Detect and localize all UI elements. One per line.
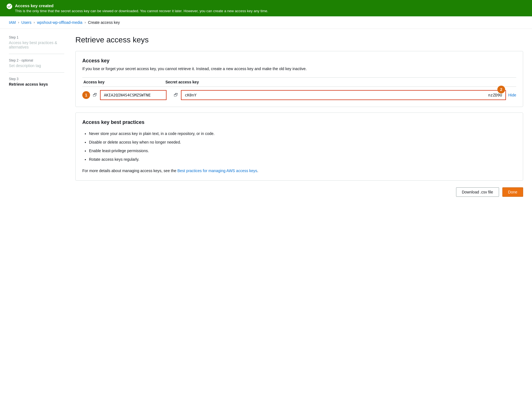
bp-footer-text: For more details about managing access k… [82,169,177,173]
download-csv-button[interactable]: Download .csv file [456,187,499,197]
banner-title: Access key created [15,3,268,8]
hide-secret-key-button[interactable]: Hide [508,93,516,97]
page-title: Retrieve access keys [75,35,523,44]
breadcrumb-sep-2: › [34,21,35,24]
check-circle-icon [7,4,12,9]
sidebar: Step 1 Access key best practices & alter… [9,35,64,197]
list-item: Rotate access keys regularly. [89,157,516,162]
footer-actions: Download .csv file Done [75,187,523,197]
sidebar-divider-2 [9,72,64,73]
list-item: Disable or delete access key when no lon… [89,139,516,145]
copy-secret-key-icon[interactable]: 🗗 [174,93,178,98]
step1-label: Step 1 [9,35,64,39]
step3-label: Step 3 [9,77,64,81]
breadcrumb-current: Create access key [88,20,120,25]
step2-label: Step 2 - optional [9,58,64,62]
breadcrumb-user[interactable]: wpshout-wp-offload-media [37,20,82,25]
copy-access-key-icon[interactable]: 🗗 [93,93,97,98]
sidebar-divider-1 [9,54,64,54]
done-button[interactable]: Done [502,187,523,197]
sidebar-step-3: Step 3 Retrieve access keys [9,77,64,86]
badge-1: 1 [82,91,90,99]
step2-title: Set description tag [9,63,64,68]
keys-table-header: Access key Secret access key [82,77,516,87]
best-practices-card: Access key best practices Never store yo… [75,113,523,181]
access-key-value: AKIA2QIN4S4CSMZSWTNE [100,90,167,100]
keys-row-wrapper: 1 🗗 AKIA2QIN4S4CSMZSWTNE 🗗 cK0nY nzZD9U … [82,90,516,100]
col2-header: Secret access key [165,80,516,84]
access-key-card-title: Access key [82,58,516,64]
bp-title: Access key best practices [82,119,516,125]
breadcrumb-sep-1: › [18,21,19,24]
list-item: Never store your access key in plain tex… [89,131,516,137]
success-banner: Access key created This is the only time… [0,0,532,16]
bp-footer-end: . [257,169,258,173]
step3-title: Retrieve access keys [9,82,64,86]
secret-key-box: cK0nY nzZD9U [181,90,506,100]
breadcrumb: IAM › Users › wpshout-wp-offload-media ›… [0,16,532,29]
badge-2: 2 [497,86,505,93]
secret-key-container: cK0nY nzZD9U 2 Hide [181,90,516,100]
access-key-card: Access key If you lose or forget your se… [75,51,523,107]
breadcrumb-iam[interactable]: IAM [9,20,16,25]
access-key-card-desc: If you lose or forget your secret access… [82,66,516,72]
secret-key-end: nzZD9U [488,93,502,97]
bp-list: Never store your access key in plain tex… [82,131,516,162]
breadcrumb-sep-3: › [85,21,86,24]
bp-link[interactable]: Best practices for managing AWS access k… [177,169,257,173]
sidebar-step-2: Step 2 - optional Set description tag [9,58,64,68]
list-item: Enable least-privilege permissions. [89,148,516,154]
breadcrumb-users[interactable]: Users [21,20,32,25]
sidebar-step-1: Step 1 Access key best practices & alter… [9,35,64,49]
step1-title: Access key best practices & alternatives [9,40,64,49]
main-content: Retrieve access keys Access key If you l… [75,35,523,197]
banner-description: This is the only time that the secret ac… [15,9,268,13]
col1-header: Access key [82,80,165,84]
banner-content: Access key created This is the only time… [15,3,268,13]
bp-footer: For more details about managing access k… [82,168,516,174]
secret-key-start: cK0nY [185,93,196,97]
